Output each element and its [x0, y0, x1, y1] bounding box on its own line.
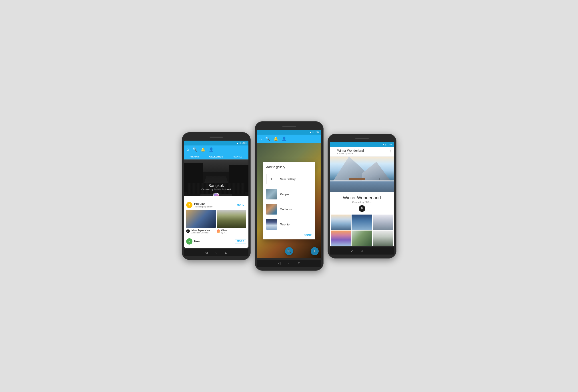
toronto-label: Toronto: [280, 223, 289, 226]
outdoors-thumb: [266, 204, 277, 215]
search-icon-2[interactable]: 🔍: [265, 136, 270, 141]
nav-home-2[interactable]: ○: [289, 261, 290, 265]
phone-3-screen: ▲ ▮ 12:30 ← Winter Wonderland Curated by…: [330, 142, 394, 246]
urban-thumb-bg: [186, 210, 216, 228]
detail-app-bar: ← Winter Wonderland Curated by 500px ⋮: [330, 147, 394, 157]
people-thumb: [266, 189, 277, 199]
status-bar-1: ▲ ▮ 12:30: [184, 141, 248, 145]
gallery-item-urban[interactable]: ▲ Urban Exploration Curated by Contr4st: [186, 210, 216, 234]
urban-label: Urban Exploration: [191, 229, 210, 232]
detail-appbar-title: Winter Wonderland: [337, 149, 388, 152]
battery-icon-3: ▮: [385, 143, 386, 146]
urban-avatar: ▲: [186, 229, 190, 233]
gallery-photo-grid: [330, 214, 394, 246]
app-bar-icons-1: ⌂ 🔍 🔔 👤: [187, 147, 214, 152]
hero-title-1: Bangkok: [184, 183, 248, 188]
winter-hero-bg: [330, 157, 394, 192]
outdoors-thumb-bg: [266, 204, 277, 215]
grid-photo-6[interactable]: [373, 230, 393, 246]
popular-label: Popular: [194, 202, 212, 205]
phone-3-notch: [330, 136, 394, 141]
grid-photo-1[interactable]: [331, 215, 351, 230]
grid-photo-3[interactable]: [373, 215, 393, 230]
outdoors-label: Outdoors: [280, 208, 292, 211]
status-bar-2: ▲ ▮ 12:30: [257, 130, 321, 134]
nav-home-1[interactable]: ○: [216, 251, 217, 254]
gallery-item-vibes[interactable]: Vibes by A...: [217, 210, 246, 234]
app-bar-1: ⌂ 🔍 🔔 👤: [184, 145, 248, 154]
time-display-1: 12:30: [241, 142, 247, 144]
figures: [380, 178, 381, 180]
popular-more-btn[interactable]: MORE: [235, 203, 246, 207]
nav-back-1[interactable]: ◁: [205, 251, 208, 254]
dialog-item-people[interactable]: People: [263, 187, 316, 202]
winter-thumb-1: [331, 215, 351, 230]
phone-2-notch: [257, 124, 321, 129]
more-options-btn[interactable]: ⋮: [388, 149, 392, 154]
gallery-owner-avatar[interactable]: 5: [359, 205, 365, 212]
phone-1-notch: [184, 135, 248, 140]
hero-content-1: Bangkok Curated by Solihin Suhaimi: [184, 183, 248, 191]
winter-thumb-2: [352, 215, 372, 230]
phone-1-nav: ◁ ○ □: [184, 249, 248, 256]
grid-photo-2[interactable]: [352, 215, 372, 230]
signal-icon-2: ▲: [310, 131, 312, 133]
profile-icon-1[interactable]: 👤: [209, 147, 214, 152]
home-icon-1[interactable]: ⌂: [187, 147, 189, 152]
dialog-done-btn[interactable]: DONE: [304, 234, 312, 237]
winter-thumb-6: [373, 230, 393, 246]
status-bar-3: ▲ ▮ 12:30: [330, 142, 394, 147]
phone-2-screen: ▲ ▮ 12:30 ⌂ 🔍 🔔 👤 Add to gallery: [257, 130, 321, 258]
time-display-2: 12:30: [314, 131, 320, 133]
tab-photos[interactable]: PHOTOS: [184, 154, 205, 159]
new-label: New: [194, 240, 200, 243]
phone-2: ▲ ▮ 12:30 ⌂ 🔍 🔔 👤 Add to gallery: [255, 121, 324, 271]
phone-1-speaker: [210, 136, 223, 138]
detail-title-block: Winter Wonderland Curated by 500px: [337, 149, 388, 155]
dialog-item-new-gallery[interactable]: + New Gallery: [263, 172, 316, 187]
winter-thumb-4: [331, 230, 351, 246]
grid-photo-5[interactable]: [352, 230, 372, 246]
new-gallery-label: New Gallery: [280, 177, 296, 181]
dialog-item-outdoors[interactable]: Outdoors: [263, 202, 316, 217]
urban-thumb: [186, 210, 216, 228]
nav-back-2[interactable]: ◁: [278, 261, 281, 265]
nav-square-2[interactable]: □: [298, 261, 300, 265]
tab-galleries[interactable]: GALLERIES: [205, 154, 227, 159]
toronto-thumb-bg: [266, 219, 277, 230]
dialog-overlay: Add to gallery + New Gallery People: [257, 143, 321, 258]
profile-icon-2[interactable]: 👤: [282, 136, 287, 141]
nav-square-3[interactable]: □: [371, 249, 373, 253]
popular-header: ★ Popular Trending right now MORE: [186, 202, 246, 208]
phone-2-nav: ◁ ○ □: [257, 260, 321, 267]
popular-icon: ★: [186, 202, 193, 208]
nav-home-3[interactable]: ○: [361, 249, 363, 253]
home-icon-2[interactable]: ⌂: [260, 136, 262, 141]
phone-1: ▲ ▮ 12:30 ⌂ 🔍 🔔 👤 PHOTOS GALLERIES PEOPL…: [182, 132, 251, 260]
gallery-main-title: Winter Wonderland: [332, 195, 392, 200]
nav-back-3[interactable]: ◁: [351, 249, 353, 253]
phone-1-screen: ▲ ▮ 12:30 ⌂ 🔍 🔔 👤 PHOTOS GALLERIES PEOPL…: [184, 141, 248, 248]
signal-icon-3: ▲: [383, 143, 385, 146]
bell-icon-2[interactable]: 🔔: [274, 136, 278, 141]
phone2-content-area: Add to gallery + New Gallery People: [257, 143, 321, 258]
boat: [349, 178, 365, 180]
battery-icon: ▮: [240, 142, 241, 144]
toronto-thumb: [266, 219, 277, 230]
nav-square-1[interactable]: □: [225, 251, 227, 254]
tab-bar-1: PHOTOS GALLERIES PEOPLE: [184, 154, 248, 160]
search-icon-1[interactable]: 🔍: [193, 147, 197, 152]
people-thumb-bg: [266, 189, 277, 199]
grid-photo-4[interactable]: [331, 230, 351, 246]
new-icon: N: [186, 238, 193, 245]
back-btn[interactable]: ←: [332, 150, 336, 154]
vibes-curator: by A...: [221, 232, 227, 234]
new-more-btn[interactable]: MORE: [235, 239, 246, 243]
bell-icon-1[interactable]: 🔔: [201, 147, 205, 152]
dialog-item-toronto[interactable]: Toronto: [263, 217, 316, 232]
tab-people[interactable]: PEOPLE: [227, 154, 248, 159]
dialog-actions: DONE: [263, 232, 316, 238]
lake-water: [330, 180, 394, 192]
popular-text-block: Popular Trending right now: [194, 202, 212, 208]
gallery-main-subtitle: Curated by 500px: [332, 201, 392, 203]
